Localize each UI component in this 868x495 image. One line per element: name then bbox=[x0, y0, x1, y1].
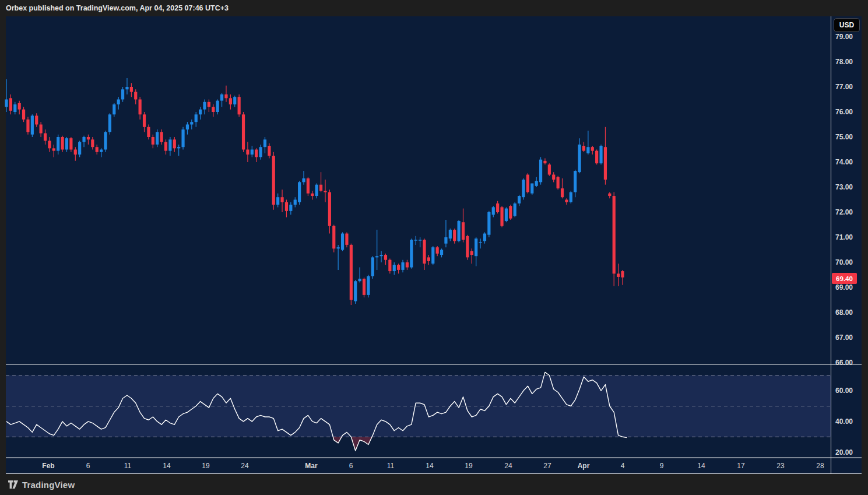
price-tick-label: 69.00 bbox=[835, 283, 853, 292]
candle-body bbox=[307, 178, 310, 194]
candle-body bbox=[57, 137, 59, 151]
candle-body bbox=[548, 164, 551, 174]
time-tick-label: 11 bbox=[124, 462, 132, 470]
candle-body bbox=[543, 161, 546, 163]
candle-body bbox=[186, 125, 189, 130]
candle-body bbox=[61, 137, 64, 150]
candle-body bbox=[74, 150, 77, 155]
candle-body bbox=[586, 147, 589, 153]
time-tick-label: 17 bbox=[737, 462, 745, 470]
time-tick-label: 11 bbox=[387, 462, 395, 470]
candle-body bbox=[125, 87, 128, 89]
candle-body bbox=[18, 103, 21, 110]
candle-body bbox=[337, 247, 340, 248]
candle-body bbox=[212, 107, 215, 112]
last-price-label: 69.40 bbox=[832, 273, 857, 284]
candle-body bbox=[113, 104, 115, 114]
candle-body bbox=[328, 192, 331, 226]
time-tick-label: 6 bbox=[349, 462, 353, 470]
candle-body bbox=[367, 276, 370, 295]
candle-body bbox=[406, 262, 409, 268]
candle-body bbox=[539, 160, 542, 182]
candle-body bbox=[199, 110, 202, 115]
price-tick-label: 77.00 bbox=[835, 83, 853, 91]
candle-body bbox=[117, 100, 120, 105]
candle-body bbox=[272, 156, 275, 205]
candle-body bbox=[255, 150, 258, 157]
indicator-tick-label: 20.00 bbox=[835, 448, 853, 457]
candle-body bbox=[483, 234, 486, 241]
candle-body bbox=[40, 125, 43, 134]
candle-body bbox=[487, 212, 490, 235]
candle-body bbox=[595, 151, 598, 164]
candle-body bbox=[449, 230, 452, 238]
candle-body bbox=[263, 139, 266, 147]
candle-body bbox=[388, 260, 391, 271]
candle-body bbox=[311, 194, 314, 196]
tradingview-link[interactable]: TradingView bbox=[22, 480, 75, 490]
candle-body bbox=[224, 94, 227, 98]
tradingview-snapshot: Orbex published on TradingView.com, Apr … bbox=[0, 0, 868, 495]
candle-body bbox=[156, 132, 159, 145]
time-tick-label: 27 bbox=[543, 462, 551, 470]
candle-body bbox=[177, 147, 180, 148]
time-tick-label: 6 bbox=[86, 462, 90, 470]
candle-body bbox=[324, 191, 326, 192]
candle-body bbox=[444, 237, 447, 244]
candle-body bbox=[220, 94, 223, 101]
candle-body bbox=[139, 100, 142, 115]
candle-body bbox=[530, 184, 533, 194]
candle-body bbox=[121, 89, 124, 99]
candle-body bbox=[384, 255, 387, 260]
candle-body bbox=[509, 206, 512, 219]
candle-body bbox=[475, 238, 477, 256]
candle-body bbox=[181, 129, 184, 147]
candle-body bbox=[613, 196, 616, 273]
candle-body bbox=[96, 147, 99, 152]
candle-body bbox=[574, 171, 577, 192]
candle-body bbox=[332, 226, 335, 249]
candle-body bbox=[298, 182, 301, 202]
candle-body bbox=[9, 98, 12, 111]
candle-body bbox=[69, 138, 72, 149]
time-tick-label: 19 bbox=[202, 462, 210, 470]
candle-body bbox=[13, 104, 16, 112]
price-tick-label: 74.00 bbox=[835, 158, 853, 166]
candle-body bbox=[397, 265, 400, 270]
candle-body bbox=[48, 141, 51, 148]
footer-bar: TradingView bbox=[0, 474, 868, 495]
candle-body bbox=[319, 185, 322, 191]
candle-body bbox=[203, 102, 206, 110]
candle-body bbox=[552, 175, 555, 180]
currency-toggle-button[interactable]: USD bbox=[834, 18, 860, 32]
candle-body bbox=[152, 137, 154, 145]
candle-body bbox=[522, 180, 525, 197]
candle-body bbox=[414, 240, 417, 240]
time-tick-label: 24 bbox=[504, 462, 512, 470]
time-tick-label: 14 bbox=[163, 462, 171, 470]
candle-body bbox=[436, 247, 439, 254]
candle-body bbox=[375, 256, 378, 257]
candle-body bbox=[190, 122, 193, 124]
candle-body bbox=[440, 250, 443, 255]
chart-canvas[interactable]: 79.0078.0077.0076.0075.0074.0073.0072.00… bbox=[0, 0, 868, 495]
candle-body bbox=[108, 114, 111, 132]
candle-body bbox=[621, 271, 624, 278]
time-tick-label: Mar bbox=[305, 462, 318, 470]
time-tick-label: Feb bbox=[42, 462, 54, 470]
candle-body bbox=[259, 147, 262, 157]
candle-body bbox=[31, 115, 34, 134]
candle-body bbox=[238, 97, 241, 114]
candle-body bbox=[65, 138, 68, 149]
price-tick-label: 72.00 bbox=[835, 208, 853, 216]
candle-body bbox=[268, 146, 270, 156]
candle-body bbox=[410, 240, 413, 267]
candle-body bbox=[514, 203, 516, 216]
tradingview-logo-icon[interactable] bbox=[8, 480, 18, 489]
indicator-tick-label: 40.00 bbox=[835, 417, 853, 426]
candle-body bbox=[280, 197, 283, 202]
time-tick-label: 23 bbox=[776, 462, 785, 470]
candle-body bbox=[208, 102, 210, 107]
candle-body bbox=[285, 202, 288, 211]
candle-body bbox=[78, 142, 81, 155]
